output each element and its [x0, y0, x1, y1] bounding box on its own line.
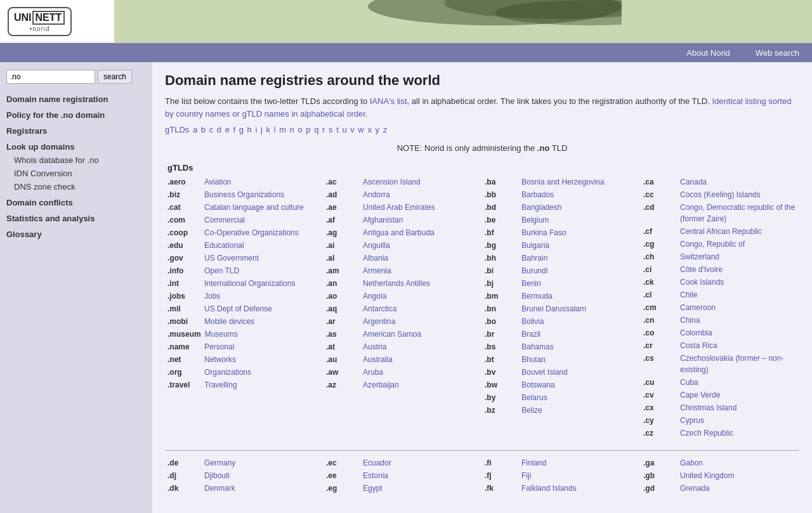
list-item: .dkDenmark	[167, 483, 321, 494]
alpha-b[interactable]: b	[201, 125, 206, 134]
tld-row-mil: .mil US Dept of Defense	[167, 303, 321, 315]
tld-code: .cat	[167, 202, 200, 213]
list-item: .bjBenin	[485, 278, 638, 289]
list-item: .cdCongo, Democratic republic of the (fo…	[643, 202, 797, 224]
alpha-l[interactable]: l	[274, 125, 276, 134]
alpha-o[interactable]: o	[298, 125, 302, 134]
list-item: .beBelgium	[485, 214, 638, 226]
tld-name: Travelling	[204, 379, 237, 391]
tld-code: .gov	[167, 252, 200, 264]
svg-point-7	[800, 1, 812, 18]
alpha-p[interactable]: p	[306, 125, 310, 134]
alpha-y[interactable]: y	[376, 125, 380, 134]
ba-col-header	[485, 163, 638, 172]
intro-text-1: The list below contains the two-letter T…	[165, 96, 370, 106]
gtld-col-header: gTLDs	[167, 163, 321, 172]
tld-name: US Dept of Defense	[204, 303, 272, 315]
list-item: .aiAnguilla	[326, 240, 480, 251]
list-item: .gdGrenada	[643, 483, 797, 494]
sidebar-item-dns[interactable]: DNS zone check	[14, 180, 146, 193]
domain-grid: gTLDs .aero Aviation .biz Business Organ…	[165, 163, 799, 440]
tld-name: Jobs	[204, 290, 220, 302]
intro-text-2: , all in alphabetical order. The link ta…	[407, 96, 712, 106]
alpha-v[interactable]: v	[350, 125, 355, 134]
search-button[interactable]: search	[98, 70, 132, 84]
tld-row-com: .com Commercial	[167, 214, 321, 226]
sidebar-item-glossary[interactable]: Glossary	[6, 228, 146, 241]
list-item: .aeUnited Arab Emirates	[326, 202, 480, 213]
alpha-d[interactable]: d	[217, 125, 221, 134]
list-item: .ccCocos (Keeling) Islands	[643, 189, 797, 200]
list-item: .cyCyprus	[643, 415, 797, 426]
tld-code: .jobs	[167, 290, 200, 302]
alpha-i[interactable]: i	[255, 125, 257, 134]
tld-code: .travel	[167, 379, 200, 391]
note-text-2: TLD	[549, 143, 567, 153]
iana-link[interactable]: IANA's list	[370, 96, 407, 106]
list-item: .cxChristmas Island	[643, 402, 797, 413]
fi-column: .fiFinland .fjFiji .fkFalkland Islands	[482, 457, 641, 495]
alpha-u[interactable]: u	[342, 125, 346, 134]
tld-name: Catalan language and culture	[204, 202, 304, 213]
tld-code: .biz	[167, 189, 200, 200]
sidebar-section: Policy for the .no domain	[6, 108, 146, 122]
list-item: .gaGabon	[643, 457, 797, 469]
alpha-q[interactable]: q	[314, 125, 318, 134]
tld-name: Business Organizations	[204, 189, 284, 200]
list-item: .amArmenia	[326, 265, 480, 276]
tld-row-travel: .travel Travelling	[167, 379, 321, 391]
ac-column: .acAscension Island .adAndorra .aeUnited…	[324, 163, 482, 440]
list-item: .bmBermuda	[485, 290, 638, 302]
alpha-k[interactable]: k	[266, 125, 270, 134]
sidebar-item-whois[interactable]: Whois database for .no	[14, 153, 146, 167]
alpha-f[interactable]: f	[233, 125, 235, 134]
sidebar-item-statistics[interactable]: Statistics and analysis	[6, 212, 146, 225]
gtld-column: gTLDs .aero Aviation .biz Business Organ…	[165, 163, 324, 440]
sidebar-section: Statistics and analysis	[6, 212, 146, 225]
alpha-a[interactable]: a	[193, 125, 197, 134]
search-input[interactable]: .no	[6, 70, 95, 84]
alpha-c[interactable]: c	[209, 125, 214, 134]
logo: UNI NETT •norid	[8, 7, 72, 36]
sidebar-item-registrars[interactable]: Registrars	[6, 124, 146, 138]
sidebar-item-policy[interactable]: Policy for the .no domain	[6, 108, 146, 122]
list-item: .acAscension Island	[326, 176, 480, 188]
alpha-g[interactable]: g	[239, 125, 244, 134]
list-item: .awAruba	[326, 367, 480, 378]
sidebar-item-lookup[interactable]: Look up domains	[6, 140, 146, 153]
list-item: .cfCentral African Republic	[643, 226, 797, 237]
alpha-n[interactable]: n	[290, 125, 294, 134]
tld-code: .museum	[167, 328, 201, 340]
sidebar-section-lookup: Look up domains Whois database for .no I…	[6, 140, 146, 193]
header: UNI NETT •norid	[0, 0, 812, 43]
alpha-e[interactable]: e	[225, 125, 230, 134]
list-item: .egEgypt	[326, 483, 480, 494]
sidebar-item-domain-registration[interactable]: Domain name registration	[6, 93, 146, 106]
list-item: .anNetherlands Antilles	[326, 278, 480, 289]
tld-name: International Organizations	[204, 278, 295, 289]
ac-col-header	[326, 163, 480, 172]
alpha-w[interactable]: w	[358, 125, 363, 134]
sidebar-sub-lookup: Whois database for .no IDN Conversion DN…	[6, 153, 146, 193]
alpha-nav: gTLDs a b c d e f g h i j k l m n o p q …	[165, 125, 799, 134]
tld-row-name: .name Personal	[167, 341, 321, 353]
main-content: Domain name registries around the world …	[152, 62, 812, 513]
alpha-s[interactable]: s	[329, 125, 333, 134]
alpha-t[interactable]: t	[336, 125, 339, 134]
alpha-h[interactable]: h	[247, 125, 252, 134]
list-item: .bdBangladesh	[485, 202, 638, 213]
list-item: .aoAngola	[326, 290, 480, 302]
alpha-gtlds[interactable]: gTLDs	[165, 125, 189, 134]
sidebar-item-conflicts[interactable]: Domain conflicts	[6, 196, 146, 209]
alpha-z[interactable]: z	[383, 125, 388, 134]
tld-code: .mil	[167, 303, 200, 315]
alpha-m[interactable]: m	[279, 125, 286, 134]
list-item: .caCanada	[643, 176, 797, 188]
alpha-x[interactable]: x	[367, 125, 372, 134]
about-norid-link[interactable]: About Norid	[686, 48, 730, 58]
web-search-link[interactable]: Web search	[756, 48, 799, 58]
sidebar-item-idn[interactable]: IDN Conversion	[14, 167, 146, 180]
alpha-r[interactable]: r	[322, 125, 325, 134]
list-item: .btBhutan	[485, 354, 638, 365]
alpha-j[interactable]: j	[261, 125, 263, 134]
